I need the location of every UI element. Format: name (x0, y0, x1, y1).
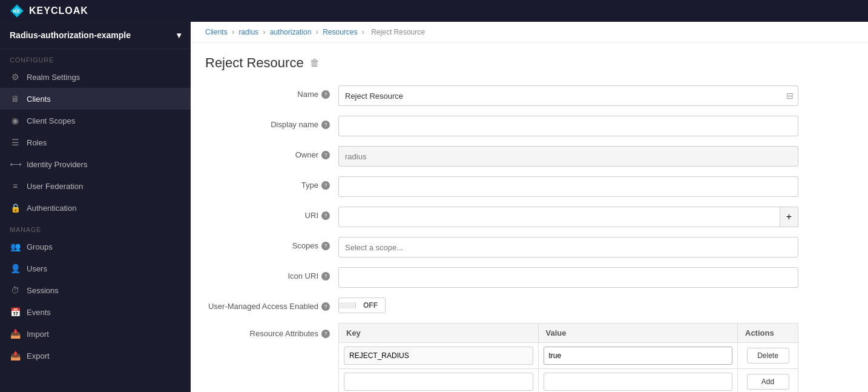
uma-field-group: User-Managed Access Enabled ? OFF (205, 297, 853, 313)
uma-label: User-Managed Access Enabled ? (205, 297, 338, 311)
realm-settings-icon: ⚙ (10, 72, 21, 82)
sidebar-item-clients[interactable]: 🖥 Clients (0, 88, 191, 110)
add-row-button[interactable]: Add (747, 374, 789, 390)
sidebar-item-label: Authentication (27, 204, 76, 213)
sidebar-item-label: Users (27, 264, 47, 273)
sidebar-item-label: Identity Providers (27, 160, 87, 169)
logo-text: KEYCLOAK (29, 5, 88, 16)
breadcrumb-sep2: › (263, 28, 267, 36)
sidebar-item-label: Sessions (27, 286, 59, 295)
name-field-icon: ⊟ (786, 91, 794, 101)
owner-input-wrap (338, 146, 798, 167)
sidebar-item-label: Groups (27, 242, 53, 251)
delete-resource-icon[interactable]: 🗑 (310, 58, 320, 68)
clients-icon: 🖥 (10, 94, 21, 104)
main-content: Clients › radius › authorization › Resou… (191, 22, 868, 392)
table-row: Delete (339, 343, 798, 369)
table-new-row: Add (339, 369, 798, 393)
resource-attributes-label: Resource Attributes ? (205, 323, 338, 338)
owner-help-icon[interactable]: ? (321, 151, 330, 159)
sidebar-item-label: Client Scopes (27, 116, 75, 125)
display-name-input[interactable] (338, 116, 798, 136)
delete-row-button[interactable]: Delete (747, 348, 789, 364)
sidebar-item-events[interactable]: 📅 Events (0, 301, 191, 323)
import-icon: 📥 (10, 329, 21, 339)
sidebar: Radius-authorization-example ▾ Configure… (0, 22, 191, 392)
sidebar-item-authentication[interactable]: 🔒 Authentication (0, 197, 191, 219)
sidebar-item-label: Export (27, 351, 50, 360)
breadcrumb: Clients › radius › authorization › Resou… (191, 22, 868, 43)
type-help-icon[interactable]: ? (321, 181, 330, 190)
sidebar-item-user-federation[interactable]: ≡ User Federation (0, 175, 191, 197)
type-label: Type ? (205, 176, 338, 190)
breadcrumb-radius[interactable]: radius (238, 28, 258, 36)
display-name-help-icon[interactable]: ? (321, 121, 330, 129)
icon-uri-input[interactable] (338, 267, 798, 288)
manage-section-label: Manage (0, 219, 191, 236)
sidebar-item-users[interactable]: 👤 Users (0, 257, 191, 279)
users-icon: 👤 (10, 264, 21, 273)
row-key-input[interactable] (344, 347, 533, 365)
resource-attributes-wrap: Key Value Actions (338, 323, 798, 392)
breadcrumb-sep4: › (362, 28, 366, 36)
new-row-key-input[interactable] (344, 373, 533, 391)
name-input[interactable] (338, 85, 798, 106)
uri-help-icon[interactable]: ? (321, 211, 330, 220)
topbar: KC KEYCLOAK (0, 0, 868, 22)
icon-uri-label: Icon URI ? (205, 267, 338, 281)
sidebar-item-label: Import (27, 330, 49, 339)
breadcrumb-current: Reject Resource (371, 28, 425, 36)
sidebar-item-realm-settings[interactable]: ⚙ Realm Settings (0, 66, 191, 88)
sidebar-item-label: Clients (27, 95, 51, 104)
icon-uri-field-group: Icon URI ? (205, 267, 853, 288)
row-value-input[interactable] (544, 347, 733, 365)
toggle-off-label: OFF (356, 298, 385, 313)
uri-add-button[interactable]: + (780, 207, 798, 227)
breadcrumb-authorization[interactable]: authorization (270, 28, 312, 36)
sidebar-item-export[interactable]: 📤 Export (0, 345, 191, 367)
authentication-icon: 🔒 (10, 203, 21, 213)
type-field-group: Type ? (205, 176, 853, 197)
svg-text:KC: KC (13, 8, 21, 14)
realm-selector[interactable]: Radius-authorization-example ▾ (0, 22, 191, 49)
resource-attributes-help-icon[interactable]: ? (321, 330, 330, 338)
name-label: Name ? (205, 85, 338, 99)
sidebar-item-roles[interactable]: ☰ Roles (0, 131, 191, 153)
uri-input[interactable] (338, 207, 780, 227)
uma-help-icon[interactable]: ? (321, 302, 330, 311)
sidebar-item-label: Events (27, 308, 51, 317)
row-key-cell (339, 343, 539, 369)
sidebar-item-client-scopes[interactable]: ◉ Client Scopes (0, 110, 191, 131)
new-row-value-cell (538, 369, 738, 393)
resource-attributes-table: Key Value Actions (338, 323, 798, 392)
sidebar-item-groups[interactable]: 👥 Groups (0, 236, 191, 257)
identity-providers-icon: ⟷ (10, 159, 21, 169)
owner-input (338, 146, 798, 167)
page-header: Reject Resource 🗑 (205, 55, 853, 71)
icon-uri-help-icon[interactable]: ? (321, 272, 330, 281)
icon-uri-input-wrap (338, 267, 798, 288)
breadcrumb-sep1: › (232, 28, 236, 36)
sidebar-item-identity-providers[interactable]: ⟷ Identity Providers (0, 153, 191, 175)
toggle-off-indicator (339, 302, 356, 308)
type-input[interactable] (338, 176, 798, 197)
scopes-help-icon[interactable]: ? (321, 242, 330, 250)
uma-toggle-wrap: OFF (338, 297, 798, 313)
breadcrumb-clients[interactable]: Clients (205, 28, 228, 36)
sidebar-item-import[interactable]: 📥 Import (0, 323, 191, 345)
sidebar-item-label: Roles (27, 138, 47, 147)
client-scopes-icon: ◉ (10, 116, 21, 125)
name-field-group: Name ? ⊟ (205, 85, 853, 106)
sidebar-item-sessions[interactable]: ⏱ Sessions (0, 279, 191, 301)
name-help-icon[interactable]: ? (321, 90, 330, 99)
sidebar-item-label: Realm Settings (27, 73, 80, 82)
new-row-value-input[interactable] (544, 373, 733, 391)
groups-icon: 👥 (10, 242, 21, 251)
breadcrumb-resources[interactable]: Resources (323, 28, 357, 36)
display-name-field-group: Display name ? (205, 116, 853, 136)
display-name-label: Display name ? (205, 116, 338, 129)
uma-toggle[interactable]: OFF (338, 297, 386, 313)
sidebar-item-label: User Federation (27, 182, 83, 191)
scopes-input[interactable] (338, 237, 798, 257)
realm-dropdown-icon: ▾ (177, 30, 181, 40)
